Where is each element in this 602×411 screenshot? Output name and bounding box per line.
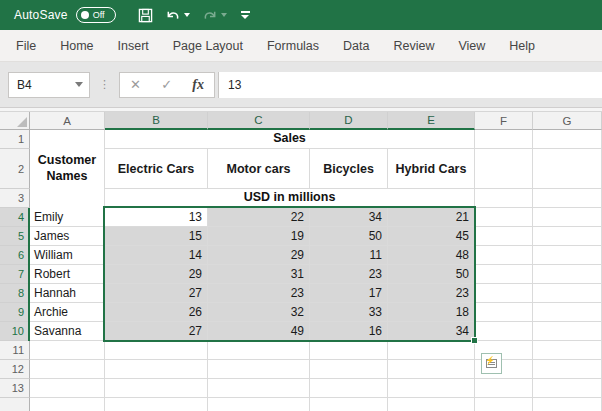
quick-analysis-button[interactable]: ⚡ bbox=[481, 353, 502, 374]
row-header-10[interactable]: 10 bbox=[0, 322, 30, 341]
cell-b4[interactable]: 13 bbox=[105, 208, 208, 227]
cell-g2[interactable] bbox=[533, 149, 602, 189]
undo-button[interactable] bbox=[161, 6, 194, 25]
cell-g7[interactable] bbox=[533, 265, 602, 284]
column-header-a[interactable]: A bbox=[30, 112, 105, 130]
cell-a7[interactable]: Robert bbox=[30, 265, 105, 284]
column-header-f[interactable]: F bbox=[475, 112, 533, 130]
cell-f10[interactable] bbox=[475, 322, 533, 341]
row-header-1[interactable]: 1 bbox=[0, 130, 30, 149]
row-header-12[interactable]: 12 bbox=[0, 360, 30, 379]
cell-f7[interactable] bbox=[475, 265, 533, 284]
cell-d5[interactable]: 50 bbox=[310, 227, 388, 246]
cell-header-electric-cars[interactable]: Electric Cars bbox=[105, 149, 208, 189]
cell-c5[interactable]: 19 bbox=[208, 227, 310, 246]
cell-g6[interactable] bbox=[533, 246, 602, 265]
cell-g5[interactable] bbox=[533, 227, 602, 246]
cell-a9[interactable]: Archie bbox=[30, 303, 105, 322]
cell-g4[interactable] bbox=[533, 208, 602, 227]
cell-usd-subtitle[interactable]: USD in millions bbox=[105, 189, 474, 207]
cell-d8[interactable]: 17 bbox=[310, 284, 388, 303]
cell-c11[interactable] bbox=[208, 341, 310, 360]
cell-b13[interactable] bbox=[105, 379, 208, 398]
row-header-9[interactable]: 9 bbox=[0, 303, 30, 322]
cell-b14[interactable] bbox=[105, 398, 208, 411]
cell-a13[interactable] bbox=[30, 379, 105, 398]
cell-b11[interactable] bbox=[105, 341, 208, 360]
cell-b5[interactable]: 15 bbox=[105, 227, 208, 246]
cell-a10[interactable]: Savanna bbox=[30, 322, 105, 341]
tab-insert[interactable]: Insert bbox=[106, 30, 161, 61]
cell-e7[interactable]: 50 bbox=[388, 265, 475, 284]
cell-c8[interactable]: 23 bbox=[208, 284, 310, 303]
cell-c7[interactable]: 31 bbox=[208, 265, 310, 284]
enter-button[interactable]: ✓ bbox=[161, 77, 172, 92]
cell-d6[interactable]: 11 bbox=[310, 246, 388, 265]
cell-e9[interactable]: 18 bbox=[388, 303, 475, 322]
cell-b9[interactable]: 26 bbox=[105, 303, 208, 322]
cell-d12[interactable] bbox=[310, 360, 388, 379]
cell-e5[interactable]: 45 bbox=[388, 227, 475, 246]
tab-view[interactable]: View bbox=[446, 30, 497, 61]
cell-e4[interactable]: 21 bbox=[388, 208, 475, 227]
cell-e10[interactable]: 34 bbox=[388, 322, 475, 341]
cell-c14[interactable] bbox=[208, 398, 310, 411]
cell-g13[interactable] bbox=[533, 379, 602, 398]
column-header-d[interactable]: D bbox=[310, 112, 388, 130]
row-header-14[interactable] bbox=[0, 398, 30, 411]
cell-e14[interactable] bbox=[388, 398, 475, 411]
cell-d14[interactable] bbox=[310, 398, 388, 411]
cell-a11[interactable] bbox=[30, 341, 105, 360]
cell-a5[interactable]: James bbox=[30, 227, 105, 246]
cell-d11[interactable] bbox=[310, 341, 388, 360]
cell-f8[interactable] bbox=[475, 284, 533, 303]
cell-c12[interactable] bbox=[208, 360, 310, 379]
cell-e11[interactable] bbox=[388, 341, 475, 360]
cell-g14[interactable] bbox=[533, 398, 602, 411]
row-header-5[interactable]: 5 bbox=[0, 227, 30, 246]
cell-e12[interactable] bbox=[388, 360, 475, 379]
cell-a14[interactable] bbox=[30, 398, 105, 411]
redo-button[interactable] bbox=[198, 6, 231, 25]
cell-g9[interactable] bbox=[533, 303, 602, 322]
cell-g11[interactable] bbox=[533, 341, 602, 360]
cell-f13[interactable] bbox=[475, 379, 533, 398]
cell-f1[interactable] bbox=[475, 130, 533, 149]
cell-g12[interactable] bbox=[533, 360, 602, 379]
cell-g1[interactable] bbox=[533, 130, 602, 149]
cell-f3[interactable] bbox=[475, 189, 533, 208]
cell-b8[interactable]: 27 bbox=[105, 284, 208, 303]
cell-d4[interactable]: 34 bbox=[310, 208, 388, 227]
row-header-8[interactable]: 8 bbox=[0, 284, 30, 303]
cell-a12[interactable] bbox=[30, 360, 105, 379]
row-header-6[interactable]: 6 bbox=[0, 246, 30, 265]
cell-a8[interactable]: Hannah bbox=[30, 284, 105, 303]
cell-sales-title[interactable]: Sales bbox=[105, 130, 474, 148]
column-header-b[interactable]: B bbox=[105, 112, 208, 130]
tab-page-layout[interactable]: Page Layout bbox=[161, 30, 255, 61]
cell-header-motor-cars[interactable]: Motor cars bbox=[208, 149, 310, 189]
cell-d10[interactable]: 16 bbox=[310, 322, 388, 341]
tab-review[interactable]: Review bbox=[381, 30, 446, 61]
cell-f2[interactable] bbox=[475, 149, 533, 189]
cancel-button[interactable]: ✕ bbox=[130, 77, 141, 92]
cell-c10[interactable]: 49 bbox=[208, 322, 310, 341]
cell-e8[interactable]: 23 bbox=[388, 284, 475, 303]
column-header-e[interactable]: E bbox=[388, 112, 475, 130]
cell-d9[interactable]: 33 bbox=[310, 303, 388, 322]
row-header-4[interactable]: 4 bbox=[0, 208, 30, 227]
cell-f14[interactable] bbox=[475, 398, 533, 411]
cell-a4[interactable]: Emily bbox=[30, 208, 105, 227]
select-all-corner[interactable] bbox=[0, 112, 30, 130]
fill-handle[interactable] bbox=[471, 337, 478, 344]
autosave-toggle[interactable]: Off bbox=[76, 7, 116, 23]
save-button[interactable] bbox=[134, 6, 157, 25]
cell-f5[interactable] bbox=[475, 227, 533, 246]
row-header-3[interactable]: 3 bbox=[0, 189, 30, 208]
cell-g3[interactable] bbox=[533, 189, 602, 208]
cell-d13[interactable] bbox=[310, 379, 388, 398]
row-header-11[interactable]: 11 bbox=[0, 341, 30, 360]
customize-toolbar-button[interactable] bbox=[241, 11, 250, 19]
cell-e13[interactable] bbox=[388, 379, 475, 398]
row-header-2[interactable]: 2 bbox=[0, 149, 30, 189]
